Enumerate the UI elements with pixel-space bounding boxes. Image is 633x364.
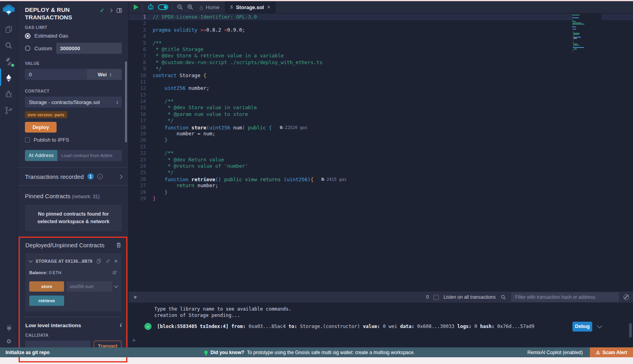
at-address-button[interactable]: At Address: [25, 150, 57, 161]
tx-expand-icon[interactable]: [597, 323, 602, 328]
edit-balance-icon[interactable]: [112, 270, 118, 275]
run-script-icon[interactable]: [134, 4, 138, 10]
instance-collapse-icon[interactable]: [29, 259, 33, 263]
code-line: 19 number = num;: [129, 131, 633, 137]
search-icon[interactable]: [4, 41, 13, 50]
remix-logo-icon[interactable]: [2, 3, 15, 18]
panel-forward-icon[interactable]: [109, 8, 113, 12]
debugger-icon[interactable]: [4, 89, 13, 99]
contract-instance-card: STORAGE AT 0X136...8B78 × Balance: 0 ETH: [25, 253, 121, 311]
active-plugin-indicator: [0, 68, 1, 86]
expand-args-icon[interactable]: [114, 284, 118, 288]
zoom-out-icon[interactable]: [176, 4, 184, 11]
tab-close-icon[interactable]: ×: [267, 4, 270, 10]
terminal-prompt[interactable]: >: [129, 337, 633, 343]
line-number: 22: [134, 150, 146, 156]
file-explorer-icon[interactable]: [4, 25, 13, 34]
code-line: 15 * @dev Store value in variable: [129, 104, 633, 111]
git-icon[interactable]: [4, 106, 13, 115]
store-arg-input[interactable]: [66, 281, 112, 292]
transaction-log-row[interactable]: ✓ [block:5583405 txIndex:4] from: 0xa03.…: [129, 321, 633, 332]
retrieve-function-button[interactable]: retrieve: [29, 296, 64, 306]
copilot-status[interactable]: RemixAI Copilot (enabled): [527, 350, 583, 355]
transactions-info-icon[interactable]: i: [97, 174, 103, 179]
git-init-status[interactable]: Initialize as git repo: [0, 350, 49, 355]
line-number: 6: [134, 46, 146, 53]
publish-ipfs-checkbox[interactable]: [25, 137, 30, 142]
line-number: 17: [134, 118, 146, 124]
divider: [172, 4, 172, 11]
terminal-collapse-icon[interactable]: »: [133, 296, 139, 299]
warning-icon: ⚠: [596, 350, 600, 355]
icon-rail: ✓: [0, 1, 18, 347]
code-line: 7 * @dev Store & retrieve value in a var…: [129, 53, 633, 59]
estimated-gas-option[interactable]: Estimated Gas: [18, 33, 128, 39]
code-text: function store(uint256 num) public {2252…: [153, 124, 307, 131]
value-unit-label: Wei: [98, 72, 107, 78]
pinned-network-label: (network: 31): [72, 194, 100, 199]
code-text: }: [153, 189, 168, 195]
terminal-body[interactable]: Type the library name to see available c…: [129, 303, 633, 347]
line-number: 9: [134, 66, 146, 72]
at-address-input[interactable]: [57, 150, 122, 161]
tab-storage-sol[interactable]: S Storage.sol ×: [225, 1, 276, 13]
evm-version-badge: evm version: paris: [25, 111, 67, 118]
code-text: contract Storage {: [153, 72, 206, 79]
code-line: 27 return number;: [129, 182, 633, 189]
terminal-search-icon: [500, 294, 506, 300]
close-instance-icon[interactable]: ×: [114, 258, 118, 264]
scam-alert-button[interactable]: ⚠ Scam Alert: [590, 347, 633, 357]
pin-instance-icon[interactable]: [105, 258, 111, 264]
tx-filter-input[interactable]: [511, 292, 619, 302]
terminal-scrollbar[interactable]: [629, 323, 632, 337]
lowlevel-info-icon[interactable]: i: [120, 322, 121, 328]
copilot-toggle[interactable]: [158, 4, 168, 10]
store-function-button[interactable]: store: [29, 281, 64, 292]
code-text: */: [153, 169, 174, 176]
ai-copilot-robot-icon[interactable]: [147, 3, 155, 11]
code-line: 23 * @dev Return value: [129, 157, 633, 163]
app: ✓ DEPLOY & RUN TRANSACTIONS ✓: [0, 1, 633, 347]
listen-all-checkbox[interactable]: [434, 295, 439, 300]
code-line: 5/**: [129, 40, 633, 46]
code-text: /**: [153, 150, 174, 156]
trash-icon[interactable]: [116, 242, 121, 248]
custom-gas-input[interactable]: [56, 43, 122, 54]
solidity-compiler-icon[interactable]: ✓: [4, 57, 13, 66]
value-input[interactable]: [25, 69, 87, 80]
settings-gear-icon[interactable]: [4, 336, 14, 346]
line-number: 10: [134, 72, 146, 79]
contract-select[interactable]: Storage - contracts/Storage.sol ▴▾: [25, 97, 122, 108]
panel-title: DEPLOY & RUN TRANSACTIONS: [25, 6, 87, 21]
deploy-button[interactable]: Deploy: [25, 122, 57, 133]
custom-gas-radio[interactable]: [25, 46, 30, 51]
value-unit-select[interactable]: Wei ▴▾: [87, 69, 122, 80]
tab-home[interactable]: ⌂ Home: [194, 4, 225, 11]
code-line: 22 /**: [129, 150, 633, 156]
estimated-gas-radio[interactable]: [25, 33, 30, 39]
main-area: ⌂ Home S Storage.sol × 1// SPDX-License-…: [129, 1, 633, 347]
plugin-manager-icon[interactable]: [4, 324, 14, 333]
deployed-title: Deployed/Unpinned Contracts: [25, 242, 104, 248]
pinned-empty-message: No pinned contracts found for selected w…: [25, 205, 122, 231]
panel-scrollbar[interactable]: [125, 61, 127, 142]
minimap[interactable]: [572, 14, 601, 53]
code-line: 2: [129, 20, 633, 27]
deploy-run-panel: DEPLOY & RUN TRANSACTIONS ✓ GAS LIMIT Es…: [18, 1, 129, 347]
clear-console-icon[interactable]: [624, 294, 629, 300]
line-number: 16: [134, 111, 146, 118]
code-line: 11: [129, 79, 633, 85]
zoom-in-icon[interactable]: [187, 4, 194, 11]
transactions-expand-icon[interactable]: [119, 174, 123, 178]
terminal-bar: » 0 Listen on all transactions: [129, 292, 633, 303]
divider: [25, 317, 121, 317]
debug-button[interactable]: Debug: [572, 322, 592, 332]
transactions-recorded-label: Transactions recorded: [25, 173, 84, 180]
line-number: 13: [134, 92, 146, 98]
copy-address-icon[interactable]: [96, 258, 102, 264]
deploy-run-icon[interactable]: [4, 73, 13, 83]
code-line: 1// SPDX-License-Identifier: GPL-3.0: [129, 14, 633, 20]
code-editor[interactable]: 1// SPDX-License-Identifier: GPL-3.023pr…: [129, 13, 633, 292]
tx-details: [block:5583405 txIndex:4] from: 0xa03...…: [157, 324, 534, 329]
panel-pin-view-icon[interactable]: [117, 8, 122, 13]
